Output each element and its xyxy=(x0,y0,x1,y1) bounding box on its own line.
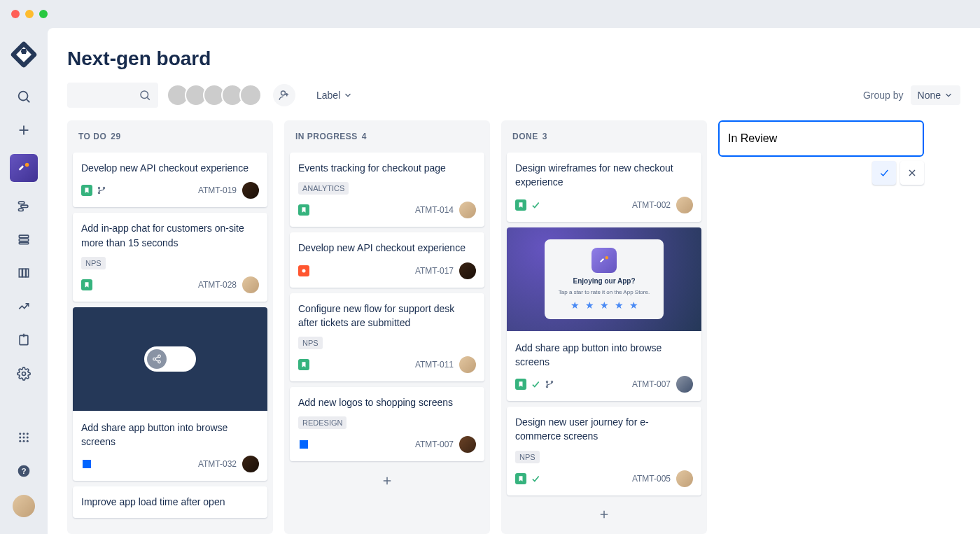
check-icon xyxy=(531,474,540,484)
assignee-avatar[interactable] xyxy=(242,456,259,472)
profile-avatar[interactable] xyxy=(13,495,35,517)
svg-text:?: ? xyxy=(21,466,26,475)
card[interactable]: Add new logos to shopping screens REDESI… xyxy=(290,387,484,461)
confirm-button[interactable] xyxy=(872,161,896,185)
share-toggle-graphic xyxy=(144,346,196,372)
search-input[interactable] xyxy=(67,83,158,108)
search-icon[interactable] xyxy=(14,87,34,106)
column-header[interactable]: TO DO29 xyxy=(67,120,273,153)
story-icon xyxy=(515,199,526,211)
window-minimize-icon[interactable] xyxy=(25,10,34,18)
assignee-avatar[interactable] xyxy=(676,376,693,393)
jira-logo-icon[interactable] xyxy=(10,41,38,69)
card-title: Develop new API checkout experience xyxy=(81,161,259,175)
issue-key: ATMT-002 xyxy=(632,200,671,210)
assignee-avatar[interactable] xyxy=(242,276,259,293)
card-title: Add in-app chat for customers on-site mo… xyxy=(81,221,259,250)
add-people-button[interactable] xyxy=(273,84,295,106)
card-title: Design new user journey for e-commerce s… xyxy=(515,415,693,444)
column-header[interactable]: IN PROGRESS4 xyxy=(284,120,490,153)
svg-point-17 xyxy=(22,372,26,376)
new-column xyxy=(718,120,924,534)
card[interactable]: Develop new API checkout experience ATMT… xyxy=(73,153,267,207)
add-card-button[interactable] xyxy=(507,501,701,528)
svg-point-0 xyxy=(19,92,28,101)
check-icon xyxy=(878,167,890,178)
card-title: Develop new API checkout experience xyxy=(298,241,476,255)
issue-key: ATMT-005 xyxy=(632,474,671,484)
task-icon xyxy=(81,458,92,470)
issue-key: ATMT-007 xyxy=(415,440,454,449)
card[interactable]: Enjoying our App? Tap a star to rate it … xyxy=(507,227,701,402)
card-title: Add share app button into browse screens xyxy=(515,341,693,370)
card-tag: REDESIGN xyxy=(298,416,346,429)
card-cover: Enjoying our App? Tap a star to rate it … xyxy=(507,227,701,331)
svg-point-29 xyxy=(141,91,148,99)
avatar[interactable] xyxy=(239,84,262,106)
column-in-progress: IN PROGRESS4 Events tracking for checkou… xyxy=(284,120,490,534)
svg-point-48 xyxy=(551,381,552,383)
window-close-icon[interactable] xyxy=(11,10,20,18)
card[interactable]: Design wireframes for new checkout exper… xyxy=(507,153,701,222)
svg-point-45 xyxy=(606,256,609,260)
issue-key: ATMT-019 xyxy=(198,185,237,195)
project-icon[interactable] xyxy=(10,154,38,182)
card[interactable]: Add in-app chat for customers on-site mo… xyxy=(73,213,267,302)
titlebar xyxy=(0,0,980,28)
card[interactable]: Design new user journey for e-commerce s… xyxy=(507,407,701,496)
settings-icon[interactable] xyxy=(14,364,34,384)
label-filter[interactable]: Label xyxy=(316,90,353,101)
new-column-input[interactable] xyxy=(718,120,924,157)
branch-icon xyxy=(97,185,106,195)
card[interactable]: Configure new flow for support desk afte… xyxy=(290,293,484,382)
chevron-down-icon xyxy=(343,90,353,100)
story-icon xyxy=(515,379,526,390)
rating-graphic: Enjoying our App? Tap a star to rate it … xyxy=(545,239,664,319)
svg-rect-12 xyxy=(22,269,25,277)
app-icon xyxy=(592,248,617,273)
card[interactable]: Events tracking for checkout page ANALYT… xyxy=(290,153,484,227)
apps-icon[interactable] xyxy=(14,428,34,447)
cancel-button[interactable] xyxy=(900,161,924,185)
svg-point-39 xyxy=(158,360,161,363)
assignee-avatar[interactable] xyxy=(459,262,476,279)
card[interactable]: Add share app button into browse screens… xyxy=(73,307,267,482)
chevron-down-icon xyxy=(944,90,953,100)
issue-key: ATMT-028 xyxy=(198,280,237,290)
svg-rect-5 xyxy=(19,202,24,204)
svg-point-22 xyxy=(23,437,25,439)
story-icon xyxy=(515,473,526,484)
board-icon[interactable] xyxy=(14,263,34,283)
assignee-avatar[interactable] xyxy=(242,182,259,199)
close-icon xyxy=(906,167,918,178)
card-title: Add share app button into browse screens xyxy=(81,421,259,449)
issue-key: ATMT-014 xyxy=(415,205,454,215)
groupby-select[interactable]: None xyxy=(911,85,960,105)
help-icon[interactable]: ? xyxy=(14,461,34,481)
card[interactable]: Develop new API checkout experience ATMT… xyxy=(290,232,484,287)
column-todo: TO DO29 Develop new API checkout experie… xyxy=(67,120,273,534)
column-header[interactable]: DONE3 xyxy=(501,120,707,153)
groupby-control: Group by None xyxy=(863,85,960,105)
add-page-icon[interactable] xyxy=(14,330,34,350)
assignee-avatar[interactable] xyxy=(676,470,693,487)
add-card-button[interactable] xyxy=(290,467,484,495)
roadmap-icon[interactable] xyxy=(14,196,34,216)
svg-rect-6 xyxy=(21,205,28,207)
assignee-avatar[interactable] xyxy=(459,436,476,453)
card-title: Configure new flow for support desk afte… xyxy=(298,302,476,330)
assignee-avatar[interactable] xyxy=(676,197,693,213)
assignee-avatars[interactable] xyxy=(167,84,262,106)
backlog-icon[interactable] xyxy=(14,230,34,249)
create-icon[interactable] xyxy=(14,120,34,140)
card[interactable]: Improve app load time after open xyxy=(73,486,267,517)
assignee-avatar[interactable] xyxy=(459,356,476,373)
svg-point-34 xyxy=(98,188,99,189)
assignee-avatar[interactable] xyxy=(459,202,476,218)
reports-icon[interactable] xyxy=(14,297,34,316)
svg-point-36 xyxy=(103,188,104,189)
window-maximize-icon[interactable] xyxy=(39,10,48,18)
svg-rect-8 xyxy=(19,235,28,237)
svg-point-26 xyxy=(27,440,29,442)
main-content: Next-gen board Label Group by None xyxy=(48,28,980,534)
